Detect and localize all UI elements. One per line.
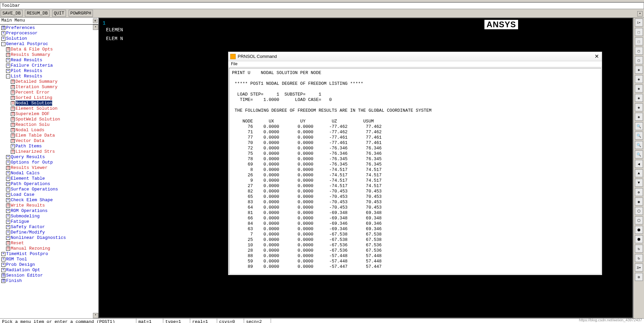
view-tool-icon[interactable]: ◀ <box>635 160 643 168</box>
scroll-up-icon[interactable]: ▴ <box>93 25 98 30</box>
expand-icon[interactable]: ☰ <box>6 241 10 245</box>
expand-icon[interactable]: + <box>6 209 10 213</box>
view-selector[interactable]: 1▾ <box>635 19 643 27</box>
prnsol-output[interactable]: PRINT U NODAL SOLUTION PER NODE ***** PO… <box>229 68 601 274</box>
view-tool-icon[interactable]: ⚙ <box>635 273 643 281</box>
expand-icon[interactable]: + <box>6 187 10 191</box>
tree-item[interactable]: +Preprocessor <box>1 31 98 36</box>
expand-icon[interactable]: ☰ <box>11 150 15 154</box>
tree-item[interactable]: ☰Session Editor <box>1 273 98 278</box>
view-tool-icon[interactable]: ⊕ <box>635 188 643 196</box>
tree-item[interactable]: +Prob Design <box>1 262 98 267</box>
expand-icon[interactable]: + <box>1 268 5 272</box>
expand-icon[interactable]: ☰ <box>11 134 15 138</box>
powrgrph-button[interactable]: POWRGRPH <box>69 10 93 17</box>
menu-collapse-icon[interactable]: ⊗ <box>93 19 98 23</box>
tree-item[interactable]: +Path Operations <box>1 181 98 187</box>
expand-icon[interactable]: - <box>6 74 10 78</box>
tree-item[interactable]: +Nodal Calcs <box>1 171 98 176</box>
view-tool-icon[interactable]: ⬡ <box>635 216 643 224</box>
expand-icon[interactable]: + <box>6 58 10 62</box>
expand-icon[interactable]: + <box>6 193 10 197</box>
view-tool-icon[interactable]: ⬡ <box>635 207 643 215</box>
tree-item[interactable]: +Fatigue <box>1 219 98 224</box>
expand-icon[interactable]: + <box>1 263 5 267</box>
tree-item[interactable]: +Path Items <box>1 144 98 149</box>
expand-icon[interactable]: ☰ <box>11 80 15 84</box>
tree-item[interactable]: ☰Results Summary <box>1 52 98 58</box>
view-tool-icon[interactable]: ▼ <box>635 179 643 187</box>
tree-item[interactable]: +Element Table <box>1 176 98 181</box>
expand-icon[interactable]: ☰ <box>1 279 5 283</box>
tree-item[interactable]: +Nonlinear Diagnostics <box>1 235 98 241</box>
expand-icon[interactable]: + <box>1 252 5 256</box>
view-tool-icon[interactable]: ↻ <box>635 254 643 262</box>
menu-tree[interactable]: ▴ ▾ ☰Preferences+Preprocessor+Solution-G… <box>0 25 98 318</box>
tree-item[interactable]: ☰Superelem DOF <box>1 111 98 117</box>
expand-icon[interactable]: ☰ <box>11 85 15 89</box>
tree-item[interactable]: +Read Results <box>1 58 98 63</box>
expand-icon[interactable]: ☰ <box>11 139 15 143</box>
expand-icon[interactable]: ☰ <box>6 47 10 51</box>
tree-item[interactable]: +ROM Tool <box>1 257 98 262</box>
expand-icon[interactable]: + <box>6 214 10 218</box>
tree-item[interactable]: +Options for Outp <box>1 160 98 165</box>
tree-item[interactable]: +ROM Operations <box>1 208 98 214</box>
close-icon[interactable]: ✕ <box>593 53 600 60</box>
expand-icon[interactable]: ☰ <box>11 91 15 95</box>
view-tool-icon[interactable]: ◈ <box>635 113 643 121</box>
tree-item[interactable]: +Plot Results <box>1 68 98 74</box>
tree-item[interactable]: ☰Preferences <box>1 25 98 31</box>
tree-item[interactable]: +Query Results <box>1 154 98 160</box>
expand-icon[interactable]: ☰ <box>6 166 10 170</box>
toolbar-menu-icon[interactable]: ▾ <box>637 11 643 16</box>
expand-icon[interactable]: ☰ <box>6 247 10 251</box>
expand-icon[interactable]: ☰ <box>6 204 10 208</box>
tree-item[interactable]: ☰Nodal Loads <box>1 128 98 133</box>
view-tool-icon[interactable]: 🔍 <box>635 122 643 130</box>
save-db-button[interactable]: SAVE_DB <box>1 10 23 17</box>
expand-icon[interactable]: + <box>6 155 10 159</box>
expand-icon[interactable]: + <box>6 230 10 235</box>
expand-icon[interactable]: ☰ <box>11 123 15 127</box>
expand-icon[interactable]: - <box>1 42 5 46</box>
expand-icon[interactable]: + <box>1 37 5 41</box>
expand-icon[interactable]: + <box>6 182 10 186</box>
tree-item[interactable]: ☰Data & File Opts <box>1 47 98 52</box>
tree-item[interactable]: ☰Vector Data <box>1 138 98 144</box>
expand-icon[interactable]: + <box>6 236 10 240</box>
tree-item[interactable]: +Failure Criteria <box>1 63 98 68</box>
tree-item[interactable]: -List Results <box>1 74 98 79</box>
tree-item[interactable]: ☰Element Solution <box>1 106 98 111</box>
tree-item[interactable]: +Radiation Opt <box>1 267 98 273</box>
tree-item[interactable]: +Submodeling <box>1 214 98 219</box>
expand-icon[interactable]: ☰ <box>1 274 5 278</box>
tree-item[interactable]: -General Postproc <box>1 41 98 47</box>
scroll-down-icon[interactable]: ▾ <box>93 313 98 318</box>
tree-item[interactable]: +Surface Operations <box>1 187 98 192</box>
expand-icon[interactable]: + <box>6 69 10 73</box>
view-tool-icon[interactable]: ◈ <box>635 66 643 74</box>
view-tool-icon[interactable]: 🔍 <box>635 141 643 149</box>
tree-item[interactable]: ☰Manual Rezoning <box>1 246 98 251</box>
view-tool-icon[interactable]: ⬢ <box>635 226 643 234</box>
view-tool-icon[interactable]: ◈ <box>635 75 643 83</box>
prnsol-titlebar[interactable]: PRNSOL Command ✕ <box>228 52 602 61</box>
view-tool-icon[interactable]: ⬢ <box>635 235 643 243</box>
tree-item[interactable]: +Define/Modify <box>1 230 98 235</box>
file-menu[interactable]: File <box>231 62 237 66</box>
view-tool-icon[interactable]: ▲ <box>635 169 643 177</box>
view-tool-icon[interactable]: ◈ <box>635 103 643 111</box>
tree-item[interactable]: ☰Nodal Solution <box>1 101 98 106</box>
expand-icon[interactable]: ☰ <box>6 53 10 57</box>
expand-icon[interactable]: + <box>6 177 10 181</box>
tree-item[interactable]: ☰Finish <box>1 278 98 284</box>
tree-item[interactable]: ☰Sorted Listing <box>1 95 98 101</box>
view-tool-icon[interactable]: ↻ <box>635 245 643 253</box>
expand-icon[interactable]: + <box>1 31 5 35</box>
view-tool-icon[interactable]: ⬚ <box>635 28 643 36</box>
expand-icon[interactable]: + <box>6 64 10 68</box>
expand-icon[interactable]: ☰ <box>11 112 15 116</box>
quit-button[interactable]: QUIT <box>52 10 66 17</box>
expand-icon[interactable]: + <box>6 220 10 224</box>
